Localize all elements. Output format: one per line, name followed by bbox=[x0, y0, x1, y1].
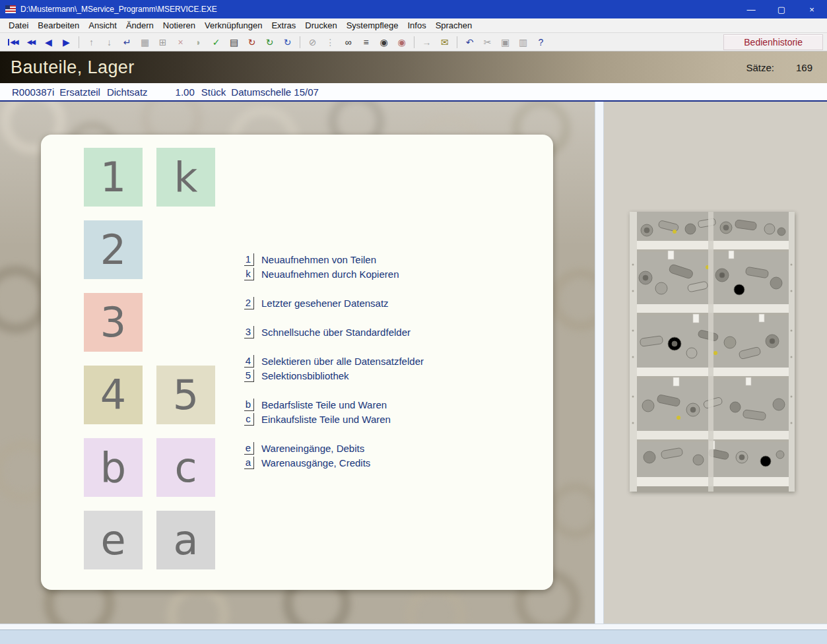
option-einkaufsliste[interactable]: c Einkaufsliste Teile und Waren bbox=[244, 412, 424, 426]
refresh-blue-button[interactable]: ↻ bbox=[279, 34, 296, 50]
tile-3[interactable]: 3 bbox=[84, 293, 143, 352]
tile-a[interactable]: a bbox=[156, 511, 215, 569]
help-button[interactable]: ? bbox=[532, 34, 550, 50]
refresh-red-button[interactable]: ↻ bbox=[243, 34, 261, 50]
bedienhistorie-button[interactable]: Bedienhistorie bbox=[723, 34, 823, 50]
next-record-button[interactable]: ▶ bbox=[57, 34, 75, 50]
menubar: Datei Bearbeiten Ansicht Ändern Notieren… bbox=[0, 18, 827, 33]
option-key: e bbox=[244, 442, 254, 455]
discard-changes-button[interactable]: ◗ bbox=[189, 34, 207, 50]
maximize-button[interactable]: ▢ bbox=[766, 0, 797, 18]
refresh-red-icon: ↻ bbox=[248, 38, 256, 47]
tile-e[interactable]: e bbox=[84, 511, 143, 569]
menu-item-drucken[interactable]: Drucken bbox=[300, 18, 341, 32]
option-bedarfsliste[interactable]: b Bedarfsliste Teile und Waren bbox=[244, 397, 424, 412]
fast-rewind-icon: ◀◀ bbox=[27, 39, 34, 46]
menu-item-ansicht[interactable]: Ansicht bbox=[84, 18, 121, 32]
menu-options: 1 Neuaufnehmen von Teilen k Neuaufnehmen… bbox=[244, 252, 424, 484]
toolbar-separator bbox=[414, 36, 414, 48]
option-wareneingaenge[interactable]: e Wareneingänge, Debits bbox=[244, 441, 424, 455]
shortcut-tiles: 1 k 2 3 4 5 b c e a bbox=[84, 148, 215, 569]
records-counter: Sätze: 169 bbox=[746, 62, 812, 73]
toolbar-separator bbox=[457, 36, 457, 48]
vertical-scrollbar[interactable] bbox=[595, 102, 604, 624]
option-key: 1 bbox=[244, 253, 254, 266]
enter-record-icon: ↵ bbox=[123, 38, 131, 47]
link-list-button[interactable]: ⋮ bbox=[321, 34, 339, 50]
show-eye-button[interactable]: ◉ bbox=[375, 34, 393, 50]
menu-item-notieren[interactable]: Notieren bbox=[158, 18, 200, 32]
option-letzter-datensatz[interactable]: 2 Letzter gesehener Datensatz bbox=[244, 296, 424, 310]
tile-4[interactable]: 4 bbox=[84, 366, 143, 424]
option-label: Einkaufsliste Teile und Waren bbox=[261, 414, 391, 425]
hide-eye-button[interactable]: ◉ bbox=[393, 34, 411, 50]
mail-button[interactable]: ✉ bbox=[436, 34, 453, 50]
mail-envelope-icon: ✉ bbox=[441, 38, 449, 47]
refresh-green-button[interactable]: ↻ bbox=[261, 34, 279, 50]
menu-item-extras[interactable]: Extras bbox=[267, 18, 300, 32]
first-record-button[interactable]: ◀◀ bbox=[4, 34, 22, 50]
save-record-button[interactable]: ▦ bbox=[136, 34, 154, 50]
tile-c[interactable]: c bbox=[156, 438, 215, 497]
record-notes-icon: ▤ bbox=[230, 38, 238, 47]
window-title: D:\Mustermann\_MService_Programm\MSERVIC… bbox=[20, 5, 736, 14]
option-label: Selektieren über alle Datensatzfelder bbox=[261, 356, 424, 367]
app-window: D:\Mustermann\_MService_Programm\MSERVIC… bbox=[0, 0, 827, 644]
delete-record-button[interactable]: × bbox=[172, 34, 189, 50]
move-down-button[interactable]: ↓ bbox=[100, 34, 118, 50]
tile-5[interactable]: 5 bbox=[156, 366, 215, 424]
list-view-button[interactable]: ≡ bbox=[357, 34, 375, 50]
titlebar: D:\Mustermann\_MService_Programm\MSERVIC… bbox=[0, 0, 827, 18]
tile-k[interactable]: k bbox=[156, 148, 215, 207]
app-icon[interactable] bbox=[5, 5, 16, 13]
main-view: 1 k 2 3 4 5 b c e a 1 Neuaufnehmen von bbox=[0, 102, 595, 624]
previous-record-button[interactable]: ◀ bbox=[40, 34, 57, 50]
horizontal-scrollbar[interactable] bbox=[0, 624, 827, 629]
menu-item-datei[interactable]: Datei bbox=[4, 18, 33, 32]
option-group-new: 1 Neuaufnehmen von Teilen k Neuaufnehmen… bbox=[244, 252, 424, 281]
tile-1[interactable]: 1 bbox=[84, 148, 143, 207]
move-up-button[interactable]: ↑ bbox=[83, 34, 100, 50]
option-key: k bbox=[244, 268, 254, 280]
unlink-icon: ⊘ bbox=[309, 38, 317, 47]
tree-view-button[interactable]: ⊞ bbox=[154, 34, 172, 50]
option-key: a bbox=[244, 457, 254, 469]
undo-button[interactable]: ↶ bbox=[461, 34, 479, 50]
menu-item-sprachen[interactable]: Sprachen bbox=[431, 18, 477, 32]
option-selektieren-datensatzfelder[interactable]: 4 Selektieren über alle Datensatzfelder bbox=[244, 354, 424, 368]
search-button[interactable]: ∞ bbox=[339, 34, 357, 50]
menu-item-infos[interactable]: Infos bbox=[403, 18, 430, 32]
option-neuaufnehmen-kopieren[interactable]: k Neuaufnehmen durch Kopieren bbox=[244, 267, 424, 281]
confirm-button[interactable]: ✓ bbox=[207, 34, 225, 50]
page-title: Bauteile, Lager bbox=[11, 57, 135, 78]
record-notes-button[interactable]: ▤ bbox=[225, 34, 243, 50]
option-label: Wareneingänge, Debits bbox=[261, 443, 364, 454]
option-key: 2 bbox=[244, 297, 254, 309]
option-warenausgaenge[interactable]: a Warenausgänge, Credits bbox=[244, 455, 424, 470]
unlink-button[interactable]: ⊘ bbox=[304, 34, 321, 50]
fast-rewind-button[interactable]: ◀◀ bbox=[22, 34, 40, 50]
tile-b[interactable]: b bbox=[84, 438, 143, 497]
menu-item-bearbeiten[interactable]: Bearbeiten bbox=[33, 18, 84, 32]
cut-button[interactable]: ✂ bbox=[479, 34, 496, 50]
record-id: R000387i bbox=[12, 86, 54, 98]
menu-item-systempflege[interactable]: Systempflege bbox=[342, 18, 403, 32]
paste-icon: ▥ bbox=[519, 38, 527, 47]
option-neuaufnehmen-teilen[interactable]: 1 Neuaufnehmen von Teilen bbox=[244, 252, 424, 267]
tile-2[interactable]: 2 bbox=[84, 220, 143, 279]
eye-icon: ◉ bbox=[380, 38, 387, 47]
paste-button[interactable]: ▥ bbox=[514, 34, 532, 50]
record-unit: Stück bbox=[201, 86, 226, 98]
forward-button[interactable]: → bbox=[418, 34, 436, 50]
menu-item-verknuepfungen[interactable]: Verknüpfungen bbox=[200, 18, 267, 32]
menu-item-aendern[interactable]: Ändern bbox=[121, 18, 158, 32]
option-label: Neuaufnehmen von Teilen bbox=[261, 254, 376, 265]
close-button[interactable]: × bbox=[797, 0, 827, 18]
option-selektionsbibliothek[interactable]: 5 Selektionsbibliothek bbox=[244, 368, 424, 383]
option-group-goods: e Wareneingänge, Debits a Warenausgänge,… bbox=[244, 441, 424, 470]
minimize-button[interactable]: — bbox=[736, 0, 766, 18]
option-key: 4 bbox=[244, 355, 254, 368]
enter-record-button[interactable]: ↵ bbox=[118, 34, 136, 50]
copy-button[interactable]: ▣ bbox=[496, 34, 514, 50]
option-schnellsuche[interactable]: 3 Schnellsuche über Standardfelder bbox=[244, 325, 424, 339]
